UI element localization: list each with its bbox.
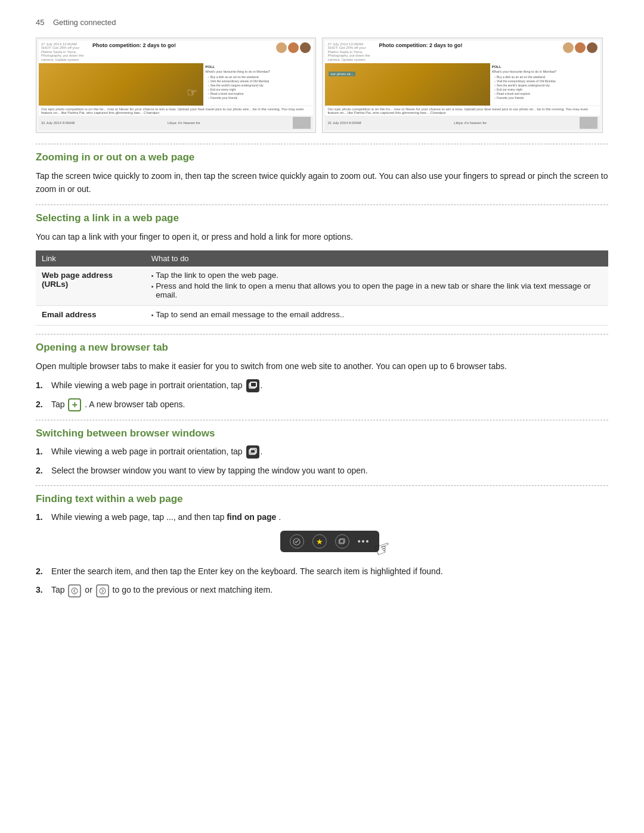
sc-footer-label-left: Libya: it's heaven for — [168, 121, 200, 125]
sc-image-left: ☞ — [39, 63, 203, 106]
sc-poll-item-5: ○ Read a book and explore — [205, 92, 311, 95]
opening-step-1: 1. While viewing a web page in portrait … — [36, 379, 608, 392]
sc-body-right: our photo str... POLL What's your favour… — [325, 63, 599, 106]
step-num-2: 2. — [36, 398, 47, 411]
sw-step-content-1: While viewing a web page in portrait ori… — [51, 445, 608, 459]
sc-poll-item-r3: ○ See the world's largest underground ci… — [492, 83, 598, 87]
divider-opening — [36, 334, 608, 335]
find-step-num-3: 3. — [36, 584, 47, 596]
sc-poll-left: POLL What's your favourite thing to do i… — [203, 63, 313, 106]
sc-title-right: Photo competition: 2 days to go! — [379, 42, 559, 49]
sw-step-content-2: Select the browser window you want to vi… — [51, 465, 608, 477]
opening-title: Opening a new browser tab — [36, 342, 608, 354]
screenshots-row: 27 July 2014 12:00AM SHOT: Get 25% off y… — [36, 38, 608, 133]
divider-selecting — [36, 205, 608, 205]
sc-poll-question-left: What's your favourite thing to do in Mom… — [205, 70, 311, 73]
sc-bottom-right: Our epic photo competition is on the ho.… — [325, 106, 599, 116]
sc-body-left: ☞ POLL What's your favourite thing to do… — [39, 63, 313, 106]
bullet-hold-link: Press and hold the link to open a menu t… — [151, 281, 602, 299]
zooming-body: Tap the screen twice quickly to zoom in,… — [36, 169, 608, 196]
find-on-page-label: find on page — [227, 512, 276, 522]
step-text-2: . A new browser tab opens. — [85, 400, 185, 409]
sc-footer-date-left: 31 July 2014 6:00AM — [41, 121, 75, 125]
sc-footer-date-right: 31 July 2014 6:00AM — [327, 121, 361, 125]
sc-bottom-left: Our epic photo competition is on the ho.… — [39, 106, 313, 116]
plus-icon: + — [68, 398, 81, 411]
find-step-text-after-1: . — [278, 512, 281, 522]
divider-switching — [36, 420, 608, 420]
divider-finding — [36, 485, 608, 486]
toolbar-star-icon: ★ — [312, 534, 327, 549]
table-row: Web page address (URLs) Tap the link to … — [36, 267, 608, 306]
sc-poll-item-r5: ○ Read a book and explore — [492, 92, 598, 95]
table-header-link: Link — [36, 250, 145, 267]
toolbar-container: ★ ••• ☞ — [51, 531, 608, 552]
find-step-content-2: Enter the search item, and then tap the … — [51, 565, 608, 578]
sc-footer-img-left — [293, 117, 311, 129]
find-step-num-1: 1. — [36, 511, 47, 524]
sc-title-left: Photo competition: 2 days to go! — [92, 42, 273, 49]
nav-left-icon — [68, 584, 81, 597]
switching-step-2: 2. Select the browser window you want to… — [36, 465, 608, 477]
sc-subtitle-right: SHOT: Get 25% off your Platino Saola in … — [327, 46, 375, 61]
find-step-text-before-3: Tap — [51, 585, 65, 594]
step-text-1: While viewing a web page in portrait ori… — [51, 380, 243, 390]
toolbar-tabs-icon — [335, 534, 349, 549]
nav-right-icon — [96, 584, 109, 597]
opening-body: Open multiple browser tabs to make it ea… — [36, 360, 608, 373]
avatar-r2 — [575, 42, 586, 53]
sc-poll-item-r4: ○ Exit our every night — [492, 88, 598, 91]
avatar-3 — [300, 42, 311, 53]
finding-title: Finding text within a web page — [36, 493, 608, 505]
browser-tabs-icon-2 — [246, 445, 259, 459]
switching-title: Switching between browser windows — [36, 428, 608, 439]
step-content-1: While viewing a web page in portrait ori… — [51, 379, 608, 392]
finding-step-1: 1. While viewing a web page, tap ..., an… — [36, 511, 608, 559]
sc-footer-left: 31 July 2014 6:00AM Libya: it's heaven f… — [39, 116, 313, 130]
sw-step-num-1: 1. — [36, 445, 47, 458]
svg-point-9 — [100, 588, 106, 594]
sc-poll-item-r2: ○ Visit the extraordinary streets of Old… — [492, 79, 598, 83]
sc-poll-item-3: ○ See the world's largest underground ci… — [205, 83, 311, 87]
opening-steps: 1. While viewing a web page in portrait … — [36, 379, 608, 412]
sc-poll-item-r1: ○ Buy a dish as an art on the weekend. — [492, 75, 598, 79]
sc-poll-item-2: ○ Visit the extraordinary streets of Old… — [205, 79, 311, 83]
table-cell-url-link: Web page address (URLs) — [36, 267, 145, 306]
find-step-or-label: or — [85, 585, 94, 594]
table-row: Email address Tap to send an email messa… — [36, 306, 608, 326]
sc-poll-item-1: ○ Buy a dish as an art on the weekend. — [205, 75, 311, 79]
svg-rect-1 — [250, 382, 256, 387]
page-number: 45 Getting connected — [36, 18, 608, 27]
sw-step-text-1: While viewing a web page in portrait ori… — [51, 447, 243, 456]
sc-avatars-left — [276, 42, 311, 53]
find-step-text-after-3: to go to the previous or next matching i… — [113, 585, 273, 594]
step-num-1: 1. — [36, 379, 47, 392]
finger-cursor-icon: ☞ — [370, 532, 396, 565]
table-cell-url-what: Tap the link to open the web page. Press… — [145, 267, 608, 306]
avatar-r1 — [563, 42, 574, 53]
avatar-r3 — [587, 42, 597, 53]
svg-point-8 — [72, 588, 78, 594]
sc-footer-img-right — [580, 117, 597, 129]
switching-step-1: 1. While viewing a web page in portrait … — [36, 445, 608, 459]
sc-poll-item-r6: ○ Favorite your friends — [492, 96, 598, 100]
bullet-email: Tap to send an email message to the emai… — [151, 310, 602, 319]
toolbar-bar: ★ ••• ☞ — [280, 531, 380, 552]
sc-poll-item-6: ○ Favorite your friends — [205, 96, 311, 100]
toolbar-home-icon — [290, 534, 304, 549]
sc-poll-right: POLL What's your favourite thing to do i… — [490, 63, 600, 106]
toolbar-more-dots: ••• — [358, 535, 370, 548]
sc-subtitle-left: SHOT: Get 25% off your Platino Saola in … — [41, 46, 89, 61]
divider-zooming — [36, 144, 608, 144]
switching-steps: 1. While viewing a web page in portrait … — [36, 445, 608, 477]
find-step-content-3: Tap or to go to the previous or next mat… — [51, 584, 608, 597]
sc-poll-item-4: ○ Exit our every night — [205, 88, 311, 91]
hand-icon-left: ☞ — [187, 85, 197, 100]
opening-step-2: 2. Tap + . A new browser tab opens. — [36, 398, 608, 411]
sw-step-text-2: Select the browser window you want to vi… — [51, 466, 368, 475]
sc-footer-right: 31 July 2014 6:00AM Libya: it's heaven f… — [325, 116, 599, 130]
avatar-2 — [288, 42, 299, 53]
find-step-content-1: While viewing a web page, tap ..., and t… — [51, 511, 608, 559]
selecting-body: You can tap a link with your finger to o… — [36, 230, 608, 243]
screenshot-left: 27 July 2014 12:00AM SHOT: Get 25% off y… — [36, 38, 316, 133]
